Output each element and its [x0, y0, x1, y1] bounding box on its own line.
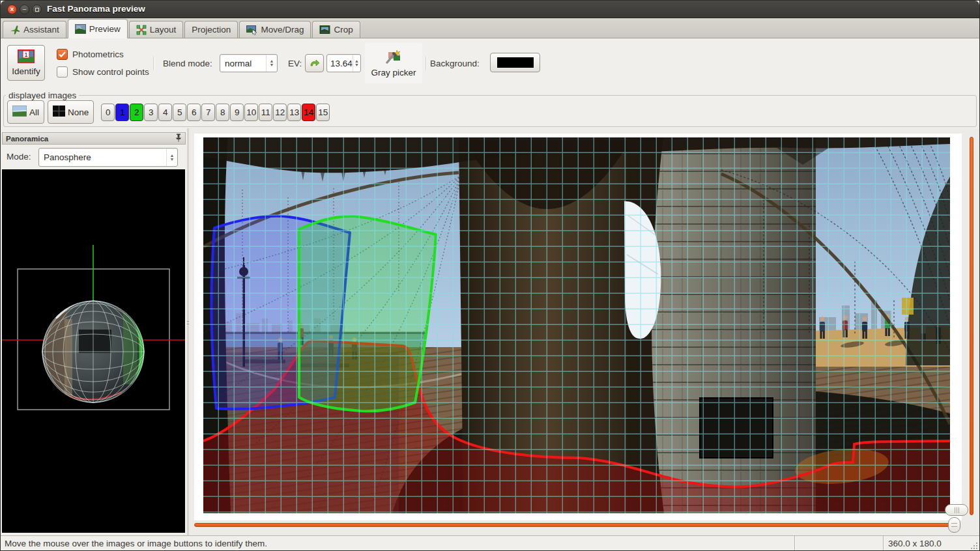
image-toggle-15[interactable]: 15	[316, 104, 330, 121]
panosphere-panel: Panoramica Mode: Panosphere ▲▼	[1, 128, 187, 535]
maximize-button[interactable]	[32, 5, 42, 14]
tab-label: Assistant	[23, 25, 59, 35]
layout-icon	[136, 25, 147, 35]
image-toggle-buttons: 0123456789101112131415	[101, 104, 330, 121]
preview-icon: GL	[75, 24, 86, 34]
spinner-arrows-icon[interactable]: ▲▼	[166, 148, 177, 166]
mode-label: Mode:	[7, 152, 31, 162]
panosphere-canvas[interactable]	[2, 169, 185, 533]
blend-mode-label: Blend mode:	[163, 59, 212, 68]
panosphere-panel-header: Panoramica	[2, 132, 186, 145]
tab-layout[interactable]: Layout	[129, 21, 184, 38]
spinner-arrows-icon[interactable]: ▲▼	[266, 55, 277, 72]
ev-spinbox[interactable]: 13.64 ▲▼	[326, 54, 361, 72]
ev-reset-button[interactable]	[305, 54, 324, 72]
pano-size-value: 360.0 x 180.0	[883, 536, 969, 551]
image-toggle-4[interactable]: 4	[158, 104, 172, 121]
background-label: Background:	[430, 59, 480, 68]
ev-label: EV:	[288, 59, 302, 68]
toolbar-separator	[425, 57, 426, 70]
status-message: Move the mouse over the images or image …	[1, 539, 794, 548]
panorama-preview-image[interactable]	[203, 137, 950, 513]
identify-label: Identify	[12, 66, 40, 76]
show-control-points-label: Show control points	[72, 67, 149, 77]
checkbox-checked-icon	[57, 49, 68, 60]
image-toggle-7[interactable]: 7	[201, 104, 215, 121]
image-toggle-6[interactable]: 6	[187, 104, 201, 121]
toolbar: 1 Identify Photometrics Show control poi…	[1, 38, 979, 88]
identify-icon: 1	[18, 49, 35, 65]
image-toggle-0[interactable]: 0	[101, 104, 115, 121]
spinner-arrows-icon[interactable]: ▲▼	[353, 55, 360, 72]
pin-icon[interactable]	[175, 134, 182, 143]
show-control-points-checkbox[interactable]: Show control points	[57, 66, 149, 78]
photometrics-checkbox[interactable]: Photometrics	[57, 49, 124, 60]
tab-label: Move/Drag	[261, 25, 304, 35]
green-arrow-icon	[310, 58, 320, 69]
close-button[interactable]: ×	[7, 5, 17, 14]
image-toggle-8[interactable]: 8	[216, 104, 229, 121]
image-toggle-2[interactable]: 2	[130, 104, 143, 121]
tab-projection[interactable]: Projection	[184, 21, 238, 38]
minimize-button[interactable]: –	[20, 5, 29, 14]
assistant-icon	[10, 25, 20, 35]
photometrics-label: Photometrics	[72, 49, 124, 59]
image-toggle-13[interactable]: 13	[287, 104, 301, 121]
gray-picker-button[interactable]: Gray picker	[365, 43, 422, 83]
gray-picker-label: Gray picker	[371, 68, 416, 78]
blend-mode-value: normal	[220, 59, 266, 68]
image-toggle-12[interactable]: 12	[273, 104, 287, 121]
blend-mode-select[interactable]: normal ▲▼	[220, 54, 278, 72]
tab-bar: AssistantGLPreviewLayoutProjectionMove/D…	[1, 18, 979, 38]
no-images-icon	[53, 106, 65, 119]
tab-label: Preview	[89, 24, 121, 34]
horizontal-slider-handle[interactable]	[948, 517, 960, 533]
status-cell-empty	[794, 536, 883, 551]
toolbar-separator	[153, 57, 154, 70]
image-toggle-11[interactable]: 11	[259, 104, 272, 121]
status-bar: Move the mouse over the images or image …	[1, 535, 979, 551]
fast-panorama-preview-window: × – Fast Panorama preview AssistantGLPre…	[0, 0, 980, 551]
projection-grid-overlay	[203, 137, 950, 513]
image-toggle-5[interactable]: 5	[173, 104, 186, 121]
background-color-swatch	[497, 57, 534, 68]
preview-panel	[189, 128, 979, 535]
vertical-pan-slider[interactable]	[970, 137, 973, 515]
window-controls: × –	[7, 5, 42, 14]
tab-label: Projection	[192, 25, 231, 35]
gray-picker-icon	[386, 49, 401, 66]
mode-select[interactable]: Panosphere ▲▼	[38, 148, 178, 167]
ev-value: 13.64	[327, 59, 353, 68]
mode-value: Panosphere	[39, 152, 166, 162]
image-toggle-9[interactable]: 9	[230, 104, 244, 121]
tab-move-drag[interactable]: Move/Drag	[239, 21, 311, 38]
image-toggle-3[interactable]: 3	[144, 104, 158, 121]
window-title: Fast Panorama preview	[47, 1, 145, 18]
main-area: Panoramica Mode: Panosphere ▲▼	[1, 128, 979, 535]
image-toggle-10[interactable]: 10	[244, 104, 258, 121]
displayed-images-section: displayed images All None 01234567891011…	[1, 88, 979, 128]
show-no-images-button[interactable]: None	[48, 100, 94, 124]
show-all-images-button[interactable]: All	[7, 100, 44, 124]
vertical-slider-handle[interactable]	[945, 504, 968, 516]
panosphere-panel-title: Panoramica	[6, 135, 48, 143]
background-color-button[interactable]	[490, 53, 540, 72]
movedrag-icon	[246, 25, 257, 35]
all-label: All	[29, 107, 39, 117]
crop-icon	[319, 25, 330, 35]
tab-assistant[interactable]: Assistant	[3, 21, 66, 38]
tab-crop[interactable]: Crop	[312, 21, 360, 38]
svg-text:1: 1	[24, 51, 27, 58]
tab-preview[interactable]: GLPreview	[68, 19, 128, 38]
image-toggle-14[interactable]: 14	[302, 104, 315, 121]
svg-text:GL: GL	[77, 25, 81, 29]
tab-label: Layout	[150, 25, 177, 35]
mode-row: Mode: Panosphere ▲▼	[2, 145, 186, 169]
resize-grip[interactable]	[969, 536, 979, 551]
horizontal-pan-slider[interactable]	[194, 523, 959, 527]
titlebar[interactable]: × – Fast Panorama preview	[1, 1, 979, 18]
identify-button[interactable]: 1 Identify	[7, 45, 45, 81]
displayed-images-label: displayed images	[6, 91, 79, 100]
image-toggle-1[interactable]: 1	[115, 104, 129, 121]
checkbox-unchecked-icon	[57, 66, 68, 78]
